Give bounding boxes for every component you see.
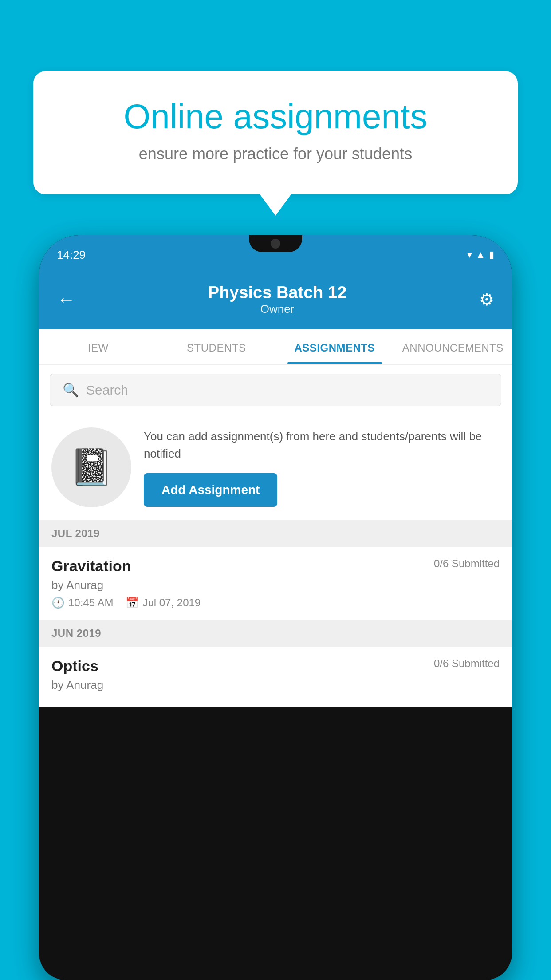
back-button[interactable]: ← [57, 289, 75, 310]
tab-students[interactable]: STUDENTS [157, 329, 276, 364]
phone-content: 🔍 Search 📓 You can add assignment(s) fro… [39, 365, 512, 707]
assignment-time: 🕐 10:45 AM [51, 597, 113, 609]
search-container: 🔍 Search [39, 365, 512, 415]
assignment-name-optics: Optics [51, 657, 98, 675]
owner-label: Owner [208, 302, 347, 316]
assignment-top-row-optics: Optics 0/6 Submitted [51, 657, 500, 675]
header-center: Physics Batch 12 Owner [208, 283, 347, 316]
tabs-bar: IEW STUDENTS ASSIGNMENTS ANNOUNCEMENTS [39, 329, 512, 365]
calendar-icon: 📅 [126, 597, 139, 609]
promo-subtitle: ensure more practice for your students [64, 145, 487, 163]
tab-assignments[interactable]: ASSIGNMENTS [276, 329, 394, 364]
promo-text-section: You can add assignment(s) from here and … [144, 428, 500, 507]
promo-section: 📓 You can add assignment(s) from here an… [39, 415, 512, 520]
assignment-submitted-optics: 0/6 Submitted [434, 657, 500, 670]
assignment-by-optics: by Anurag [51, 678, 500, 692]
phone-frame: 14:29 ▾ ▲ ▮ ← Physics Batch 12 Owner ⚙ I… [39, 235, 512, 980]
batch-title: Physics Batch 12 [208, 283, 347, 302]
search-placeholder: Search [86, 383, 128, 398]
battery-icon: ▮ [489, 249, 494, 261]
camera-notch [271, 239, 280, 249]
assignment-by: by Anurag [51, 578, 500, 592]
promo-card: Online assignments ensure more practice … [33, 71, 518, 194]
assignment-top-row: Gravitation 0/6 Submitted [51, 557, 500, 575]
search-icon: 🔍 [63, 382, 79, 398]
speech-bubble: Online assignments ensure more practice … [33, 71, 518, 194]
tab-iew[interactable]: IEW [39, 329, 157, 364]
promo-icon-circle: 📓 [51, 427, 131, 507]
phone-notch [249, 235, 302, 252]
wifi-icon: ▾ [467, 249, 472, 261]
assignment-name: Gravitation [51, 557, 131, 575]
assignment-submitted: 0/6 Submitted [434, 557, 500, 570]
assignment-item-optics[interactable]: Optics 0/6 Submitted by Anurag [39, 647, 512, 707]
status-icons: ▾ ▲ ▮ [467, 249, 494, 261]
app-header: ← Physics Batch 12 Owner ⚙ [39, 274, 512, 329]
promo-title: Online assignments [64, 98, 487, 136]
notebook-icon: 📓 [69, 447, 114, 488]
status-time: 14:29 [57, 248, 86, 262]
promo-description: You can add assignment(s) from here and … [144, 428, 500, 462]
assignment-meta: 🕐 10:45 AM 📅 Jul 07, 2019 [51, 597, 500, 609]
assignment-date: 📅 Jul 07, 2019 [126, 597, 201, 609]
assignment-item-gravitation[interactable]: Gravitation 0/6 Submitted by Anurag 🕐 10… [39, 547, 512, 620]
clock-icon: 🕐 [51, 597, 65, 609]
section-header-jun: JUN 2019 [39, 620, 512, 647]
add-assignment-button[interactable]: Add Assignment [144, 473, 277, 507]
status-bar: 14:29 ▾ ▲ ▮ [39, 235, 512, 274]
settings-button[interactable]: ⚙ [479, 290, 494, 309]
signal-icon: ▲ [476, 249, 485, 261]
tab-announcements[interactable]: ANNOUNCEMENTS [394, 329, 512, 364]
section-header-jul: JUL 2019 [39, 520, 512, 547]
search-bar[interactable]: 🔍 Search [50, 374, 501, 406]
